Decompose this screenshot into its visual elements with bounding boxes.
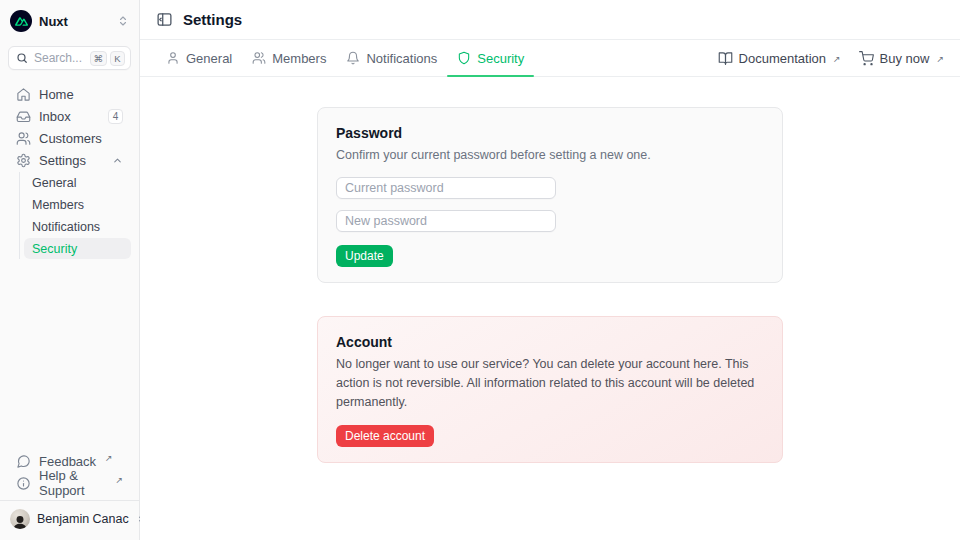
sidebar-nav: Home Inbox 4 Customers Settings xyxy=(8,83,131,260)
external-link-icon: ↗ xyxy=(105,453,113,463)
password-card-title: Password xyxy=(336,125,764,141)
settings-tabbar: General Members Notifications Security xyxy=(140,40,960,77)
tab-label: General xyxy=(186,51,232,66)
tab-notifications[interactable]: Notifications xyxy=(336,40,447,76)
header-actions: Documentation ↗ Buy now ↗ xyxy=(718,40,944,76)
buy-now-link[interactable]: Buy now ↗ xyxy=(859,51,944,66)
account-card-description: No longer want to use our service? You c… xyxy=(336,355,764,412)
delete-account-button[interactable]: Delete account xyxy=(336,425,434,447)
feedback-label: Feedback xyxy=(39,454,96,469)
new-password-field[interactable] xyxy=(336,210,556,232)
sidebar-item-label: Settings xyxy=(39,153,86,168)
sidebar-item-label: Customers xyxy=(39,131,102,146)
inbox-icon xyxy=(16,109,31,124)
sidebar-item-customers[interactable]: Customers xyxy=(8,127,131,149)
sidebar-item-inbox[interactable]: Inbox 4 xyxy=(8,105,131,127)
gear-icon xyxy=(16,153,31,168)
tab-label: Security xyxy=(477,51,524,66)
search-icon xyxy=(16,52,28,64)
sidebar-item-settings-general[interactable]: General xyxy=(24,172,131,193)
tab-general[interactable]: General xyxy=(156,40,242,76)
documentation-label: Documentation xyxy=(739,51,826,66)
search-kbd-group: ⌘ K xyxy=(90,51,126,66)
external-link-icon: ↗ xyxy=(115,475,123,485)
kbd-k: K xyxy=(110,51,125,66)
buy-now-label: Buy now xyxy=(880,51,930,66)
sidebar-item-settings-security[interactable]: Security xyxy=(24,238,131,259)
shopping-cart-icon xyxy=(859,51,874,66)
update-password-button[interactable]: Update xyxy=(336,245,393,267)
sidebar-item-label: Inbox xyxy=(39,109,71,124)
nuxt-logo-icon xyxy=(10,10,32,32)
sidebar-divider xyxy=(0,500,139,501)
current-password-field-wrap xyxy=(336,177,764,199)
sidebar-item-settings[interactable]: Settings xyxy=(8,149,131,171)
collapse-sidebar-icon[interactable] xyxy=(156,11,173,28)
shield-icon xyxy=(457,51,471,65)
sidebar-item-label: Security xyxy=(32,242,77,256)
page-title: Settings xyxy=(183,11,242,28)
users-icon xyxy=(16,131,31,146)
sidebar-item-label: Home xyxy=(39,87,74,102)
account-card-title: Account xyxy=(336,334,764,350)
help-support-label: Help & Support xyxy=(39,468,106,498)
tab-members[interactable]: Members xyxy=(242,40,336,76)
user-menu[interactable]: Benjamin Canac xyxy=(8,506,131,532)
sidebar-footer: Feedback ↗ Help & Support ↗ xyxy=(8,450,131,494)
user-icon xyxy=(166,51,180,65)
app-window: Nuxt Search... ⌘ K Home xyxy=(0,0,960,540)
main-panel: Settings General Members Notifications xyxy=(140,0,960,540)
sidebar-item-settings-notifications[interactable]: Notifications xyxy=(24,216,131,237)
book-icon xyxy=(718,51,733,66)
user-name: Benjamin Canac xyxy=(37,512,129,526)
workspace-name: Nuxt xyxy=(39,14,68,29)
sidebar-item-label: Notifications xyxy=(32,220,100,234)
titlebar: Settings xyxy=(140,0,960,40)
new-password-field-wrap xyxy=(336,210,764,232)
sidebar-item-home[interactable]: Home xyxy=(8,83,131,105)
search-input[interactable]: Search... ⌘ K xyxy=(8,46,131,70)
settings-sub-list: General Members Notifications Security xyxy=(19,172,131,259)
sidebar-item-label: General xyxy=(32,176,76,190)
help-support-link[interactable]: Help & Support ↗ xyxy=(8,472,131,494)
tab-label: Members xyxy=(272,51,326,66)
search-placeholder: Search... xyxy=(34,51,84,65)
users-icon xyxy=(252,51,266,65)
sidebar-spacer xyxy=(8,260,131,450)
sidebar-item-settings-members[interactable]: Members xyxy=(24,194,131,215)
chevron-up-icon xyxy=(112,155,123,166)
sidebar-item-label: Members xyxy=(32,198,84,212)
documentation-link[interactable]: Documentation ↗ xyxy=(718,51,841,66)
tab-security[interactable]: Security xyxy=(447,40,534,76)
inbox-count-badge: 4 xyxy=(108,109,123,124)
chevrons-up-down-icon xyxy=(117,15,129,27)
settings-content: Password Confirm your current password b… xyxy=(140,78,960,540)
speech-bubble-icon xyxy=(16,454,31,469)
current-password-field[interactable] xyxy=(336,177,556,199)
info-circle-icon xyxy=(16,476,31,491)
kbd-meta: ⌘ xyxy=(90,51,108,66)
workspace-switcher[interactable]: Nuxt xyxy=(8,8,131,34)
bell-icon xyxy=(346,51,360,65)
settings-container: Password Confirm your current password b… xyxy=(317,107,783,463)
password-card-description: Confirm your current password before set… xyxy=(336,146,764,165)
sidebar: Nuxt Search... ⌘ K Home xyxy=(0,0,140,540)
avatar xyxy=(10,509,30,529)
home-icon xyxy=(16,87,31,102)
account-card: Account No longer want to use our servic… xyxy=(317,316,783,463)
external-link-icon: ↗ xyxy=(833,54,841,64)
password-card: Password Confirm your current password b… xyxy=(317,107,783,283)
tab-label: Notifications xyxy=(366,51,437,66)
external-link-icon: ↗ xyxy=(936,54,944,64)
